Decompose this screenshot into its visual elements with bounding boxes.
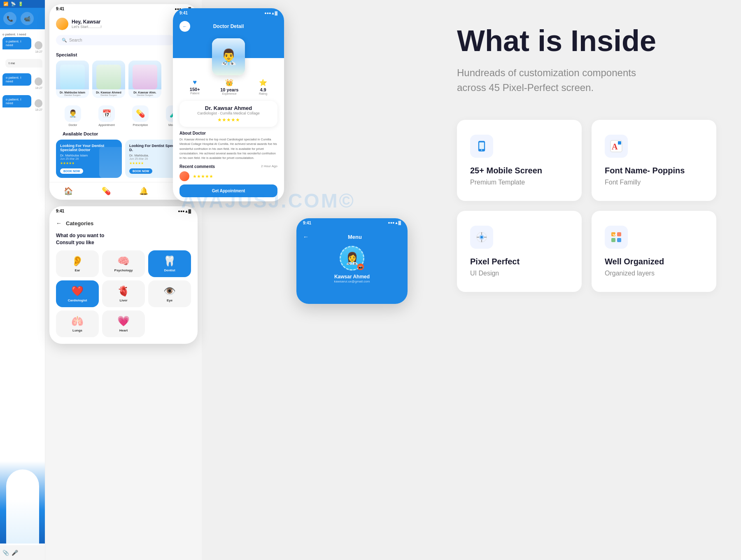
card-img-0 [99, 147, 122, 178]
categories-back-btn[interactable]: ← [56, 220, 62, 226]
stat-experience: 👑 10 years Experience [220, 79, 238, 95]
chat-status-bar: 📶 📡 🔋 [0, 0, 45, 8]
specialist-role-1: Dentist Surgen [94, 94, 124, 96]
chat-message-1: o patient. I need o patient. I need 18:2… [2, 33, 42, 53]
available-card-0[interactable]: Looking For Your Dentist Specialist Doct… [56, 140, 122, 178]
feature-card-mobile: 25+ Mobile Screen Premium Template [457, 120, 582, 201]
mobile-screen-subtitle: Premium Template [470, 179, 569, 186]
call-button[interactable]: 📞 [3, 12, 16, 25]
menu-user-name: Kawsar Ahmed [334, 274, 370, 280]
quick-icon-doctor[interactable]: 👨‍⚕️ Doctor [65, 105, 81, 126]
nav-health[interactable]: 💊 [102, 187, 111, 196]
cardiologist-icon: ❤️ [59, 285, 96, 297]
specialist-info-1: Dr. Kawsar Ahmed Dentist Surgen [92, 89, 125, 98]
cat-psychology[interactable]: 🧠 Psychology [102, 250, 145, 277]
avatar-1 [35, 41, 42, 49]
specialist-card-2[interactable]: Dr. Kawsar Ahm. Dentist Surgen [128, 61, 161, 98]
doctor-avatar-placeholder: 👨‍⚕️ [212, 38, 245, 75]
heart-stat-icon: ♥ [190, 79, 200, 86]
center-section: 9:41 ●●●▲▓ ← Doctor Detail 👨‍⚕️ ♥ 150+ [161, 0, 432, 560]
specialist-role-0: Dentist Surgen [58, 94, 87, 96]
lungs-label: Lungs [59, 329, 96, 332]
status-time: 9:41 [56, 7, 64, 11]
menu-nav: ← Menu [303, 233, 401, 240]
comment-stars: ★★★★★ [193, 174, 213, 179]
cat-ear[interactable]: 👂 Ear [56, 250, 99, 277]
specialist-img-2 [128, 61, 161, 89]
menu-status-icons: ●●●▲▓ [388, 221, 401, 225]
psychology-label: Psychology [105, 268, 142, 272]
detail-header: ← Doctor Detail 👨‍⚕️ [173, 18, 284, 58]
cat-lungs[interactable]: 🫁 Lungs [56, 310, 99, 337]
attach-icon[interactable]: 📎 [2, 550, 9, 556]
feature-card-organized: Well Organized Organized layers [592, 211, 716, 292]
svg-point-8 [480, 236, 483, 238]
chat-bubble-1: o patient. I need [2, 37, 31, 49]
quick-icon-prescription[interactable]: 💊 Prescription [132, 105, 149, 126]
comment-row: ★★★★★ [179, 171, 277, 181]
doctor-specialization: Cardiologist · Cumilla Medical Collage [185, 111, 272, 115]
svg-text:A: A [612, 142, 618, 151]
video-button[interactable]: 📹 [21, 12, 34, 25]
specialist-info-2: Dr. Kawsar Ahm. Dentist Surgen [128, 89, 161, 98]
menu-avatar-area: 👩‍⚕️ 📷 Kawsar Ahmed kawsarui.ux@gmail.co… [303, 246, 401, 287]
specialist-name-2: Dr. Kawsar Ahm. [130, 91, 160, 94]
quick-icon-appointment[interactable]: 📅 Appointment [98, 105, 115, 126]
svg-rect-1 [479, 142, 484, 149]
feature-cards-grid: 25+ Mobile Screen Premium Template A Fon… [457, 120, 716, 292]
star-icon: ⭐ [259, 79, 267, 86]
detail-status-icons: ●●●▲▓ [264, 11, 277, 15]
chat-message-3: o patient. I need 18:27 [2, 73, 42, 89]
nav-bell[interactable]: 🔔 [139, 187, 148, 196]
nav-home[interactable]: 🏠 [64, 187, 73, 196]
svg-rect-15 [611, 238, 615, 242]
detail-nav: ← Doctor Detail [179, 23, 277, 29]
font-icon: A [605, 135, 628, 158]
pixel-perfect-title: Pixel Perfect [470, 257, 569, 266]
menu-header: ← Menu 👩‍⚕️ 📷 Kawsar Ahmed kawsarui.ux@g… [296, 228, 408, 304]
person-silhouette [6, 469, 39, 544]
menu-user-avatar: 👩‍⚕️ 📷 [340, 246, 364, 271]
menu-user-email: kawsarui.ux@gmail.com [334, 280, 370, 283]
appointment-icon: 📅 [98, 105, 115, 122]
specialist-img-1 [92, 61, 125, 89]
search-input[interactable]: 🔍 Search [56, 35, 175, 45]
detail-body: ♥ 150+ Patient 👑 10 years Experience ⭐ 4… [173, 58, 284, 201]
well-organized-subtitle: Organized layers [605, 270, 703, 277]
doctor-photo-container: 👨‍⚕️ [212, 38, 245, 75]
specialist-name-0: Dr. Mahbuba Islam [58, 91, 87, 94]
chat-input-bar: 📎 🎤 [0, 545, 45, 560]
appointment-button[interactable]: Get Appointment [179, 184, 277, 197]
detail-status-bar: 9:41 ●●●▲▓ [173, 8, 284, 18]
comments-header: Recent comments 2 Hour Ago [179, 164, 277, 169]
book-btn-1[interactable]: BOOK NOW [129, 168, 152, 174]
font-name-subtitle: Font Familly [605, 179, 703, 186]
cat-cardiologist[interactable]: ❤️ Cardiologist [56, 280, 99, 307]
menu-back-btn[interactable]: ← [303, 233, 309, 240]
psychology-icon: 🧠 [105, 255, 142, 267]
doctor-photo: 👨‍⚕️ [212, 38, 245, 75]
heart-icon: 💗 [105, 315, 142, 327]
feature-card-font: A Font Name- Poppins Font Familly [592, 120, 716, 201]
cat-heart[interactable]: 💗 Heart [102, 310, 145, 337]
rating-label: Rating [259, 92, 267, 95]
detail-back-button[interactable]: ← [179, 21, 190, 32]
pixel-perfect-subtitle: UI Design [470, 270, 569, 277]
ear-label: Ear [59, 268, 96, 272]
chat-bubble-sent: t me [5, 59, 42, 68]
svg-rect-14 [617, 232, 621, 236]
chat-time-2: 18:27 [2, 86, 42, 89]
about-title: About Doctor [179, 131, 277, 135]
doctor-label: Doctor [65, 124, 81, 126]
doctor-detail-phone: 9:41 ●●●▲▓ ← Doctor Detail 👨‍⚕️ ♥ 150+ [173, 8, 284, 201]
comment-avatar [179, 171, 189, 181]
camera-icon[interactable]: 📷 [357, 264, 364, 270]
experience-label: Experience [220, 92, 238, 95]
specialist-card-1[interactable]: Dr. Kawsar Ahmed Dentist Surgen [92, 61, 125, 98]
detail-status-time: 9:41 [179, 11, 188, 15]
specialist-card-0[interactable]: Dr. Mahbuba Islam Dentist Surgen [56, 61, 89, 98]
cat-liver[interactable]: 🫀 Liver [102, 280, 145, 307]
user-info: Hey, Kawsar Let's Start............! [56, 18, 102, 30]
mic-icon[interactable]: 🎤 [12, 550, 18, 556]
book-btn-0[interactable]: BOOK NOW [60, 168, 83, 174]
